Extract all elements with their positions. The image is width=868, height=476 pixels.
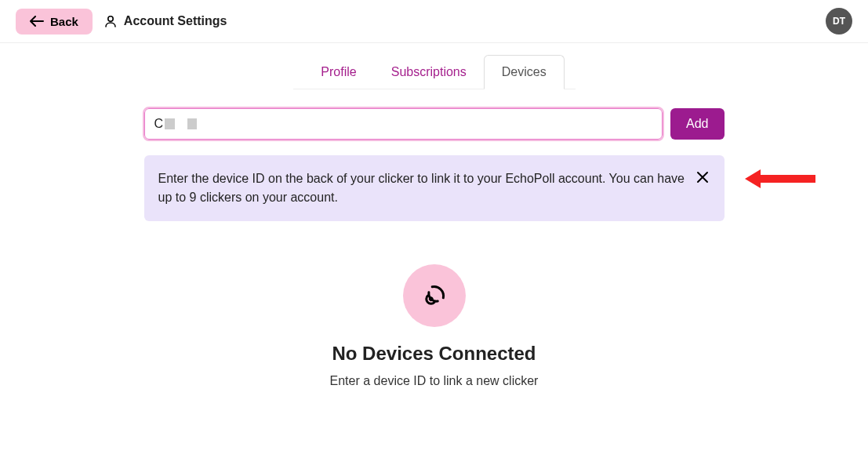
title-wrap: Account Settings [104, 14, 227, 28]
devices-content: C Add Enter the device ID on the back of… [136, 108, 732, 388]
back-label: Back [50, 15, 78, 28]
back-button[interactable]: Back [16, 9, 93, 35]
empty-state-title: No Devices Connected [144, 343, 725, 365]
clicker-circle-icon [403, 264, 466, 327]
empty-state-subtitle: Enter a device ID to link a new clicker [144, 374, 725, 388]
avatar[interactable]: DT [826, 8, 852, 35]
tab-profile[interactable]: Profile [303, 55, 373, 89]
device-input-row: C Add [144, 108, 725, 140]
avatar-initials: DT [833, 16, 845, 27]
device-id-input[interactable]: C [144, 108, 663, 140]
header: Back Account Settings DT [0, 0, 868, 43]
svg-point-0 [108, 16, 113, 21]
tab-devices[interactable]: Devices [484, 55, 565, 89]
info-banner-text: Enter the device ID on the back of your … [158, 172, 685, 204]
add-button[interactable]: Add [670, 108, 724, 140]
tab-subscriptions[interactable]: Subscriptions [374, 55, 484, 89]
page-title: Account Settings [124, 14, 227, 28]
device-id-field[interactable] [201, 117, 652, 131]
empty-state: No Devices Connected Enter a device ID t… [144, 264, 725, 388]
settings-tabs: Profile Subscriptions Devices [293, 55, 576, 89]
input-prefix: C [154, 117, 164, 131]
user-icon [104, 14, 118, 28]
header-left: Back Account Settings [16, 9, 227, 35]
annotation-arrow-icon [745, 169, 815, 188]
mask-box-icon [187, 118, 198, 129]
close-banner-button[interactable] [693, 168, 712, 187]
arrow-left-icon [30, 16, 44, 27]
info-banner: Enter the device ID on the back of your … [144, 155, 725, 221]
mask-box-icon [165, 118, 175, 129]
close-icon [696, 171, 709, 183]
